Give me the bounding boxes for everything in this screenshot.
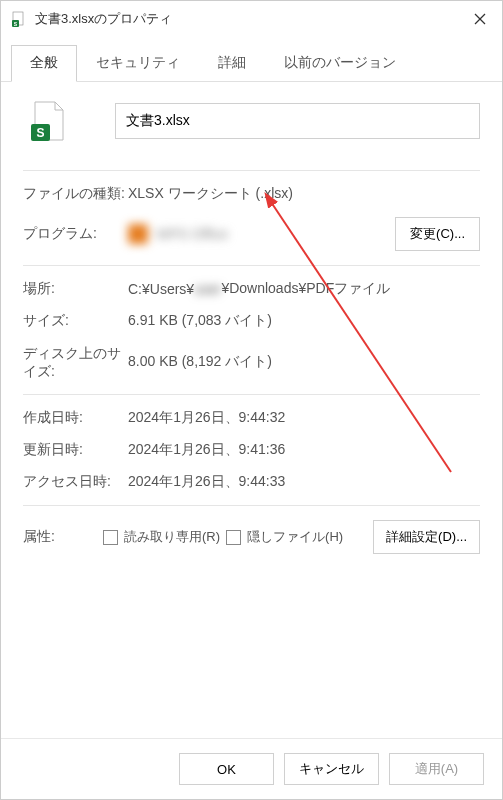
location-user-blurred: user (194, 281, 221, 297)
location-label: 場所: (23, 280, 128, 298)
created-value: 2024年1月26日、9:44:32 (128, 409, 480, 427)
created-label: 作成日時: (23, 409, 128, 427)
file-type-label: ファイルの種類: (23, 185, 128, 203)
disk-size-label: ディスク上のサイズ: (23, 344, 128, 380)
disk-size-value: 8.00 KB (8,192 バイト) (128, 353, 480, 371)
modified-value: 2024年1月26日、9:41:36 (128, 441, 480, 459)
location-suffix: ¥Downloads¥PDFファイル (221, 280, 390, 298)
readonly-group: 読み取り専用(R) (103, 528, 226, 546)
close-button[interactable] (468, 7, 492, 31)
size-value: 6.91 KB (7,083 バイト) (128, 312, 480, 330)
divider (23, 394, 480, 395)
divider (23, 170, 480, 171)
tab-details[interactable]: 詳細 (199, 45, 265, 81)
tab-bar: 全般 セキュリティ 詳細 以前のバージョン (1, 45, 502, 82)
window-title: 文書3.xlsxのプロパティ (35, 10, 468, 28)
readonly-label: 読み取り専用(R) (124, 528, 220, 546)
program-app-name: WPS Office (156, 226, 228, 242)
location-row: 場所: C:¥Users¥user¥Downloads¥PDFファイル (23, 280, 480, 298)
hidden-group: 隠しファイル(H) (226, 528, 349, 546)
file-type-value: XLSX ワークシート (.xlsx) (128, 185, 480, 203)
program-app: WPS Office (128, 224, 387, 244)
size-label: サイズ: (23, 312, 128, 330)
modified-row: 更新日時: 2024年1月26日、9:41:36 (23, 441, 480, 459)
attributes-row: 属性: 読み取り専用(R) 隠しファイル(H) 詳細設定(D)... (23, 520, 480, 554)
program-label: プログラム: (23, 225, 128, 243)
created-row: 作成日時: 2024年1月26日、9:44:32 (23, 409, 480, 427)
tab-versions[interactable]: 以前のバージョン (265, 45, 415, 81)
app-icon (128, 224, 148, 244)
file-icon: S (11, 11, 27, 27)
titlebar: S 文書3.xlsxのプロパティ (1, 1, 502, 37)
dialog-footer: OK キャンセル 適用(A) (1, 738, 502, 799)
location-value: C:¥Users¥user¥Downloads¥PDFファイル (128, 280, 480, 298)
filename-input[interactable] (115, 103, 480, 139)
disk-size-row: ディスク上のサイズ: 8.00 KB (8,192 バイト) (23, 344, 480, 380)
file-type-icon: S (31, 100, 67, 142)
svg-text:S: S (36, 126, 44, 140)
advanced-button[interactable]: 詳細設定(D)... (373, 520, 480, 554)
change-button[interactable]: 変更(C)... (395, 217, 480, 251)
modified-label: 更新日時: (23, 441, 128, 459)
file-type-row: ファイルの種類: XLSX ワークシート (.xlsx) (23, 185, 480, 203)
location-prefix: C:¥Users¥ (128, 281, 194, 297)
hidden-label: 隠しファイル(H) (247, 528, 343, 546)
size-row: サイズ: 6.91 KB (7,083 バイト) (23, 312, 480, 330)
divider (23, 265, 480, 266)
hidden-checkbox[interactable] (226, 530, 241, 545)
divider (23, 505, 480, 506)
accessed-row: アクセス日時: 2024年1月26日、9:44:33 (23, 473, 480, 491)
cancel-button[interactable]: キャンセル (284, 753, 379, 785)
tab-general[interactable]: 全般 (11, 45, 77, 82)
program-row: プログラム: WPS Office 変更(C)... (23, 217, 480, 251)
readonly-checkbox[interactable] (103, 530, 118, 545)
attributes-label: 属性: (23, 528, 103, 546)
filename-row: S (23, 100, 480, 142)
accessed-value: 2024年1月26日、9:44:33 (128, 473, 480, 491)
tab-security[interactable]: セキュリティ (77, 45, 199, 81)
ok-button[interactable]: OK (179, 753, 274, 785)
close-icon (473, 12, 487, 26)
accessed-label: アクセス日時: (23, 473, 128, 491)
apply-button[interactable]: 適用(A) (389, 753, 484, 785)
content-panel: S ファイルの種類: XLSX ワークシート (.xlsx) プログラム: WP… (1, 82, 502, 738)
